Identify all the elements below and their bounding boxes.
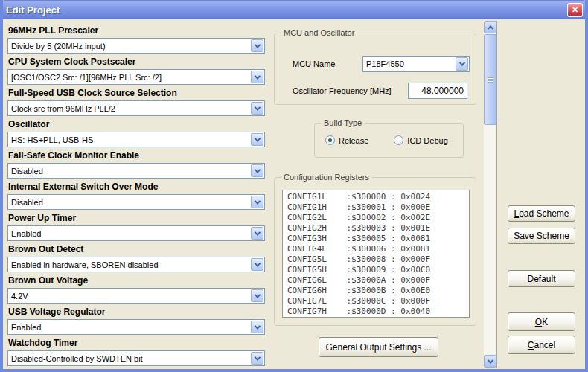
- chevron-down-icon: [251, 258, 263, 271]
- field-group: Oscillator HS: HS+PLL, USB-HS: [7, 119, 265, 150]
- ok-button[interactable]: OK: [508, 312, 575, 331]
- mcu-name-row: MCU Name P18F4550: [293, 56, 470, 72]
- field-group: Internal External Switch Over Mode Disab…: [7, 182, 265, 213]
- config-register-row[interactable]: CONFIG5H :$300009 : 0x00C0: [287, 265, 464, 275]
- brown-out-voltage-select[interactable]: 4.2V: [7, 288, 265, 304]
- load-scheme-button[interactable]: Load Scheme: [508, 205, 575, 222]
- config-register-row[interactable]: CONFIG6L :$30000A : 0x000F: [287, 275, 464, 286]
- config-registers-list: CONFIG1L :$300000 : 0x0024CONFIG1H :$300…: [282, 190, 470, 318]
- config-register-row[interactable]: CONFIG1L :$300000 : 0x0024: [287, 192, 464, 202]
- dialog-client-area: 96MHz PLL Prescaler Divide by 5 (20MHz i…: [3, 19, 585, 369]
- field-label: USB Voltage Regulator: [8, 307, 265, 317]
- combo-selected-value: [OSC1/OSC2 Src: /1][96MHz PLL Src: /2]: [11, 73, 162, 82]
- general-output-settings-button[interactable]: General Output Settings ...: [319, 337, 438, 357]
- oscillator-select[interactable]: HS: HS+PLL, USB-HS: [7, 132, 265, 147]
- usb-voltage-regulator-select[interactable]: Enabled: [7, 319, 265, 335]
- chevron-down-icon: [251, 164, 263, 177]
- radio-icd-debug[interactable]: ICD Debug: [394, 135, 447, 145]
- field-label: CPU System Clock Postscaler: [8, 57, 265, 67]
- combo-selected-value: Enabled in hardware, SBOREN disabled: [11, 260, 159, 269]
- config-register-row[interactable]: CONFIG6H :$30000B : 0x00E0: [287, 286, 464, 296]
- chevron-down-icon: [251, 196, 263, 208]
- chevron-down-icon: [456, 57, 468, 71]
- field-group: CPU System Clock Postscaler [OSC1/OSC2 S…: [7, 57, 265, 88]
- chevron-down-icon: [487, 357, 493, 363]
- pll-prescaler-select[interactable]: Divide by 5 (20MHz input): [7, 38, 265, 54]
- field-group: 96MHz PLL Prescaler Divide by 5 (20MHz i…: [7, 25, 265, 57]
- mcu-name-label: MCU Name: [293, 60, 335, 68]
- scrollbar-grip-icon: [488, 77, 493, 83]
- scroll-up-button[interactable]: [484, 21, 496, 33]
- config-register-row[interactable]: CONFIG3H :$300005 : 0x0081: [287, 234, 464, 244]
- field-label: Brown Out Voltage: [8, 275, 265, 286]
- vertical-scrollbar[interactable]: [484, 21, 497, 368]
- field-label: Full-Speed USB Clock Source Selection: [8, 88, 265, 98]
- field-group: Full-Speed USB Clock Source Selection Cl…: [7, 88, 265, 119]
- combo-selected-value: Disabled-Controlled by SWDTEN bit: [11, 354, 143, 363]
- chevron-down-icon: [251, 227, 263, 240]
- mcu-oscillator-group: MCU and Oscillator MCU Name P18F4550 Osc…: [274, 33, 476, 105]
- build-type-options: ReleaseICD Debug: [325, 135, 448, 145]
- config-register-row[interactable]: CONFIG7L :$30000C : 0x000F: [287, 296, 464, 307]
- chevron-down-icon: [251, 352, 263, 365]
- field-group: Power Up Timer Enabled: [7, 213, 265, 244]
- oscillator-frequency-input[interactable]: [408, 83, 467, 99]
- scroll-down-button[interactable]: [484, 355, 496, 368]
- group-title: Build Type: [321, 118, 365, 128]
- fail-safe-clock-monitor-select[interactable]: Disabled: [7, 163, 265, 179]
- chevron-down-icon: [251, 102, 263, 115]
- combo-selected-value: Enabled: [11, 323, 41, 332]
- config-register-row[interactable]: CONFIG2H :$300003 : 0x001E: [287, 223, 464, 234]
- watchdog-timer-select[interactable]: Disabled-Controlled by SWDTEN bit: [7, 350, 265, 366]
- field-label: Power Up Timer: [8, 213, 265, 223]
- settings-fields: 96MHz PLL Prescaler Divide by 5 (20MHz i…: [7, 25, 265, 369]
- field-label: Brown Out Detect: [8, 244, 265, 254]
- field-group: Fail-Safe Clock Monitor Enable Disabled: [7, 150, 265, 182]
- config-register-row[interactable]: CONFIG1H :$300001 : 0x000E: [287, 202, 464, 213]
- radio-release[interactable]: Release: [325, 135, 368, 145]
- field-label: Oscillator: [8, 119, 265, 129]
- chevron-down-icon: [251, 133, 263, 146]
- default-button[interactable]: Default: [508, 270, 575, 287]
- field-group: Brown Out Voltage 4.2V: [7, 275, 265, 307]
- close-button[interactable]: ✕: [567, 3, 583, 17]
- field-label: 96MHz PLL Prescaler: [8, 25, 265, 36]
- config-register-row[interactable]: CONFIG7H :$30000D : 0x0040: [287, 307, 464, 317]
- usb-clock-source-select[interactable]: Clock src from 96MHz PLL/2: [7, 100, 265, 116]
- field-group: USB Voltage Regulator Enabled: [7, 307, 265, 338]
- mcu-name-select[interactable]: P18F4550: [362, 56, 470, 72]
- oscillator-frequency-row: Oscillator Frequency [MHz]: [293, 83, 470, 99]
- mcu-name-value: P18F4550: [366, 60, 404, 68]
- chevron-down-icon: [251, 71, 263, 83]
- radio-icon: [325, 135, 335, 145]
- int-ext-switch-over-select[interactable]: Disabled: [7, 194, 265, 210]
- cpu-clock-postscaler-select[interactable]: [OSC1/OSC2 Src: /1][96MHz PLL Src: /2]: [7, 69, 265, 85]
- combo-selected-value: Clock src from 96MHz PLL/2: [11, 104, 115, 113]
- combo-selected-value: Enabled: [11, 229, 41, 238]
- oscillator-frequency-label: Oscillator Frequency [MHz]: [293, 86, 392, 95]
- field-label: Fail-Safe Clock Monitor Enable: [8, 150, 265, 161]
- chevron-down-icon: [251, 289, 263, 302]
- config-register-row[interactable]: CONFIG5L :$300008 : 0x000F: [287, 254, 464, 265]
- chevron-down-icon: [251, 321, 263, 333]
- field-label: Watchdog Timer: [8, 338, 265, 348]
- window-title: Edit Project: [0, 4, 60, 16]
- combo-selected-value: Disabled: [11, 198, 43, 207]
- config-register-row[interactable]: CONFIG4L :$300006 : 0x0081: [287, 244, 464, 254]
- save-scheme-button[interactable]: Save Scheme: [508, 228, 575, 244]
- title-bar: Edit Project ✕: [0, 0, 588, 19]
- power-up-timer-select[interactable]: Enabled: [7, 225, 265, 241]
- radio-icon: [394, 135, 403, 145]
- chevron-up-icon: [487, 25, 493, 31]
- scrollbar-thumb[interactable]: [484, 34, 496, 125]
- field-group: Brown Out Detect Enabled in hardware, SB…: [7, 244, 265, 275]
- field-group: Watchdog Timer Disabled-Controlled by SW…: [7, 338, 265, 369]
- radio-label: ICD Debug: [407, 136, 447, 145]
- close-icon: ✕: [572, 5, 578, 14]
- config-register-row[interactable]: CONFIG2L :$300002 : 0x002E: [287, 213, 464, 223]
- cancel-button[interactable]: Cancel: [508, 336, 575, 354]
- combo-selected-value: Divide by 5 (20MHz input): [11, 42, 106, 51]
- configuration-registers-group: Configuration Registers CONFIG1L :$30000…: [274, 177, 476, 326]
- brown-out-detect-select[interactable]: Enabled in hardware, SBOREN disabled: [7, 257, 265, 272]
- combo-selected-value: 4.2V: [11, 292, 28, 301]
